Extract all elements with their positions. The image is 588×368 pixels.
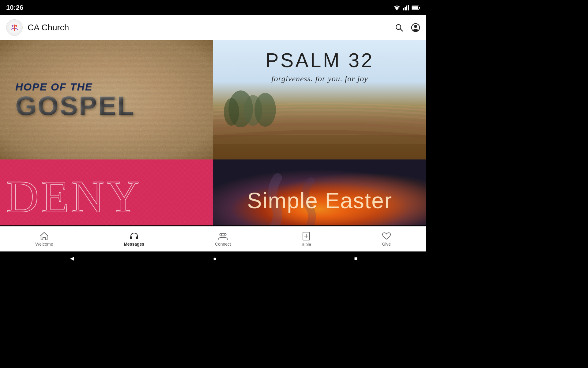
svg-rect-21 xyxy=(213,144,426,159)
card-deny-content: DENY xyxy=(0,159,213,225)
battery-icon xyxy=(412,5,420,10)
app-title: CA Church xyxy=(28,23,69,33)
svg-rect-4 xyxy=(408,5,409,10)
nav-item-messages[interactable]: Messages xyxy=(118,229,150,249)
app-bar: CA Church xyxy=(0,15,426,40)
svg-point-9 xyxy=(12,25,13,27)
back-button[interactable]: ◄ xyxy=(69,255,76,263)
people-icon xyxy=(217,232,228,240)
svg-rect-33 xyxy=(130,236,132,239)
easter-text: Simple Easter xyxy=(225,188,414,213)
svg-point-24 xyxy=(224,98,239,126)
search-icon[interactable] xyxy=(394,23,404,32)
home-button[interactable]: ● xyxy=(213,255,217,262)
status-icons xyxy=(393,5,420,10)
church-logo-icon xyxy=(8,21,21,34)
svg-point-10 xyxy=(15,25,17,27)
nav-label-messages: Messages xyxy=(124,242,144,247)
svg-rect-6 xyxy=(412,6,418,9)
svg-line-14 xyxy=(400,29,403,31)
svg-rect-1 xyxy=(403,8,404,10)
svg-rect-34 xyxy=(136,236,138,239)
card-gospel-content: HOPE OF THE GOSPEL xyxy=(0,40,213,159)
app-bar-left: CA Church xyxy=(6,19,69,36)
heart-icon xyxy=(382,232,391,240)
svg-point-25 xyxy=(254,93,276,127)
status-time: 10:26 xyxy=(6,4,23,12)
wifi-icon xyxy=(393,5,401,10)
svg-point-37 xyxy=(221,233,224,236)
card-easter[interactable]: Simple Easter xyxy=(213,159,426,225)
psalm-title: PSALM 32 xyxy=(266,49,374,72)
profile-icon[interactable] xyxy=(411,23,420,32)
nav-label-connect: Connect xyxy=(215,242,231,247)
bottom-nav: Welcome Messages Connect Bible Give xyxy=(0,226,426,251)
nav-item-bible[interactable]: Bible xyxy=(296,229,317,249)
card-psalm[interactable]: PSALM 32 forgiveness. for you. for joy xyxy=(213,40,426,159)
svg-point-13 xyxy=(396,25,401,29)
card-gospel[interactable]: HOPE OF THE GOSPEL xyxy=(0,40,213,159)
home-icon xyxy=(40,232,49,240)
nav-item-connect[interactable]: Connect xyxy=(209,229,237,249)
card-psalm-content: PSALM 32 forgiveness. for you. for joy xyxy=(213,40,426,93)
deny-text: DENY xyxy=(6,174,142,219)
nav-label-welcome: Welcome xyxy=(35,242,53,247)
nav-item-give[interactable]: Give xyxy=(376,229,397,249)
status-bar: 10:26 xyxy=(0,0,426,15)
content-grid: HOPE OF THE GOSPEL xyxy=(0,40,426,226)
bible-icon xyxy=(302,232,311,241)
recent-button[interactable]: ■ xyxy=(354,255,358,262)
svg-rect-7 xyxy=(419,7,420,9)
app-bar-right xyxy=(394,23,420,32)
nav-item-welcome[interactable]: Welcome xyxy=(29,229,59,249)
svg-point-16 xyxy=(414,25,417,28)
svg-rect-2 xyxy=(405,7,406,10)
svg-marker-0 xyxy=(395,8,399,10)
headphones-icon xyxy=(130,232,139,240)
signal-icon xyxy=(403,5,409,10)
app-logo[interactable] xyxy=(6,19,23,36)
svg-rect-3 xyxy=(406,6,407,10)
card-deny[interactable]: DENY xyxy=(0,159,213,225)
nav-label-give: Give xyxy=(382,242,391,247)
nav-label-bible: Bible xyxy=(302,242,311,247)
card-easter-content: Simple Easter xyxy=(213,182,426,219)
gospel-main-text: GOSPEL xyxy=(15,93,135,119)
system-nav: ◄ ● ■ xyxy=(0,251,426,266)
psalm-subtitle: forgiveness. for you. for joy xyxy=(271,74,368,83)
